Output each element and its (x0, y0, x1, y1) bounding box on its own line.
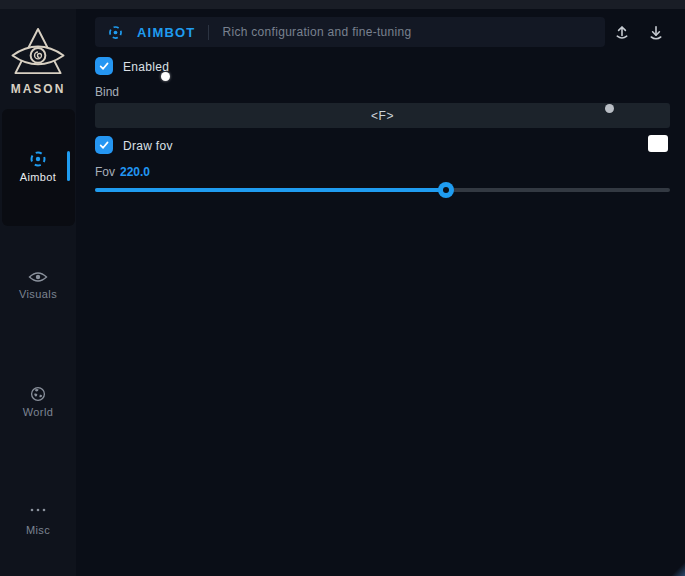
sidebar-item-misc[interactable] (0, 463, 76, 576)
checkmark-icon (98, 139, 110, 151)
indicator-dot (605, 104, 614, 113)
mason-eye-pyramid-logo (10, 26, 66, 79)
bind-key-input[interactable]: <F> (95, 103, 670, 128)
page-subtitle: Rich configuration and fine-tuning (222, 25, 411, 39)
corner-accent (669, 560, 685, 576)
fov-slider[interactable] (95, 182, 670, 198)
sidebar-item-label: Misc (0, 524, 76, 536)
sidebar-item-label: Aimbot (0, 171, 76, 183)
bind-key-value: <F> (371, 109, 394, 123)
upload-config-button[interactable] (611, 21, 633, 43)
crosshair-icon (0, 149, 76, 169)
active-indicator-bar (67, 151, 70, 181)
slider-fill (95, 188, 446, 192)
page-header: AIMBOT Rich configuration and fine-tunin… (95, 17, 605, 47)
draw-fov-label: Draw fov (123, 139, 173, 153)
window-top-strip (0, 0, 685, 9)
sidebar-item-label: World (0, 406, 76, 418)
app-window: MASON Aimbot Visuals (0, 0, 685, 576)
globe-icon (0, 386, 76, 402)
download-config-button[interactable] (645, 21, 667, 43)
bind-label: Bind (95, 85, 119, 99)
enabled-checkbox[interactable] (95, 57, 113, 75)
draw-fov-checkbox[interactable] (95, 136, 113, 154)
fov-color-swatch[interactable] (648, 135, 668, 152)
sidebar: MASON Aimbot Visuals (0, 9, 76, 576)
download-icon (646, 22, 666, 42)
brand-text: MASON (0, 82, 76, 96)
page-title: AIMBOT (137, 25, 195, 40)
fov-label: Fov (95, 165, 115, 179)
sidebar-item-label: Visuals (0, 288, 76, 300)
header-divider (208, 25, 209, 40)
ellipsis-icon (0, 507, 76, 513)
crosshair-icon (107, 24, 124, 41)
fov-label-row: Fov220.0 (95, 165, 150, 179)
upload-icon (612, 22, 632, 42)
sidebar-item-visuals[interactable] (0, 227, 76, 344)
eye-icon (0, 270, 76, 284)
sidebar-item-world[interactable] (0, 345, 76, 462)
checkmark-icon (98, 60, 110, 72)
slider-thumb[interactable] (438, 182, 454, 198)
fov-value: 220.0 (120, 165, 150, 179)
cursor-dot (161, 72, 170, 81)
